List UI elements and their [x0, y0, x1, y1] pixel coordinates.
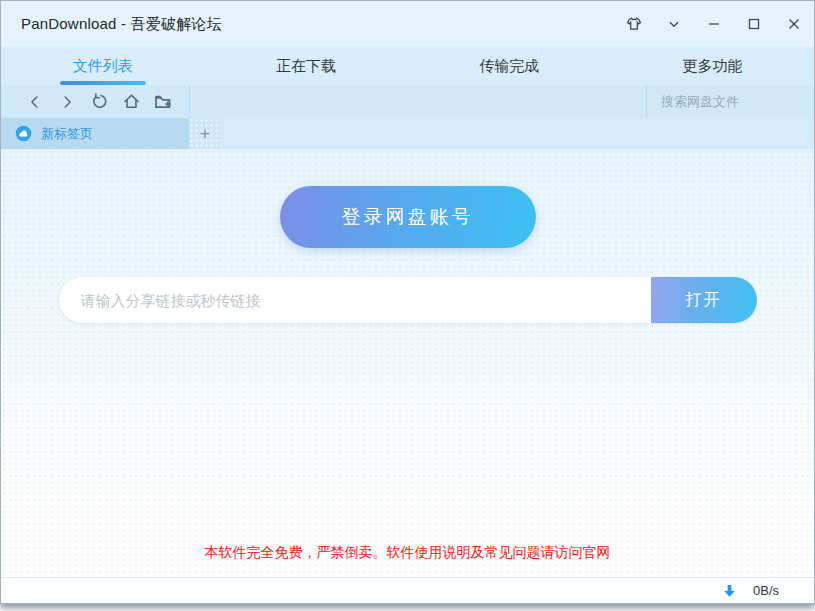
- back-icon: [26, 93, 44, 111]
- titlebar-controls: [614, 1, 814, 47]
- search-input[interactable]: [647, 94, 815, 109]
- new-tab-button[interactable]: +: [189, 118, 221, 149]
- collapse-icon: [665, 15, 683, 33]
- new-folder-button[interactable]: [147, 85, 179, 118]
- forward-button[interactable]: [51, 85, 83, 118]
- free-software-notice: 本软件完全免费，严禁倒卖。软件使用说明及常见问题请访问官网: [1, 544, 814, 562]
- maximize-icon: [745, 15, 763, 33]
- app-window: PanDownload - 吾爱破解论坛: [0, 0, 815, 604]
- skin-icon: [625, 15, 643, 33]
- new-folder-icon: [153, 92, 173, 112]
- close-button[interactable]: [774, 1, 814, 47]
- refresh-button[interactable]: [83, 85, 115, 118]
- download-speed: 0B/s: [753, 583, 779, 598]
- main-nav-tabs: 文件列表 正在下载 传输完成 更多功能: [1, 47, 814, 85]
- tab-downloading-label: 正在下载: [276, 57, 336, 76]
- tab-transfer-complete[interactable]: 传输完成: [408, 47, 611, 85]
- minimize-button[interactable]: [694, 1, 734, 47]
- maximize-button[interactable]: [734, 1, 774, 47]
- close-icon: [785, 15, 803, 33]
- window-title: PanDownload - 吾爱破解论坛: [21, 15, 222, 34]
- minimize-icon: [705, 15, 723, 33]
- login-button[interactable]: 登录网盘账号: [280, 186, 536, 248]
- tab-file-list[interactable]: 文件列表: [1, 47, 204, 85]
- titlebar: PanDownload - 吾爱破解论坛: [1, 1, 814, 47]
- main-content: 登录网盘账号 打开 本软件完全免费，严禁倒卖。软件使用说明及常见问题请访问官网: [1, 149, 814, 577]
- page-tab-new-tab[interactable]: 新标签页: [1, 118, 189, 149]
- tab-more-features-label: 更多功能: [682, 57, 742, 76]
- download-arrow-icon: [723, 584, 736, 598]
- skin-button[interactable]: [614, 1, 654, 47]
- back-button[interactable]: [19, 85, 51, 118]
- tab-strip-empty-area: [221, 118, 814, 149]
- tab-transfer-complete-label: 传输完成: [479, 57, 539, 76]
- cloud-icon: [15, 125, 32, 142]
- collapse-button[interactable]: [654, 1, 694, 47]
- share-link-row: 打开: [59, 277, 757, 323]
- nav-icon-group: [1, 85, 179, 118]
- page-tab-label: 新标签页: [41, 125, 93, 143]
- page-tab-strip: 新标签页 +: [1, 118, 814, 149]
- forward-icon: [58, 93, 76, 111]
- home-icon: [122, 92, 141, 111]
- home-button[interactable]: [115, 85, 147, 118]
- search-box: [646, 85, 814, 118]
- status-bar: 0B/s: [1, 577, 814, 603]
- tab-more-features[interactable]: 更多功能: [611, 47, 814, 85]
- tab-file-list-label: 文件列表: [73, 57, 133, 76]
- toolbar-divider: [189, 85, 190, 118]
- toolbar: [1, 85, 814, 118]
- open-button[interactable]: 打开: [651, 277, 757, 323]
- tab-downloading[interactable]: 正在下载: [204, 47, 407, 85]
- refresh-icon: [90, 92, 109, 111]
